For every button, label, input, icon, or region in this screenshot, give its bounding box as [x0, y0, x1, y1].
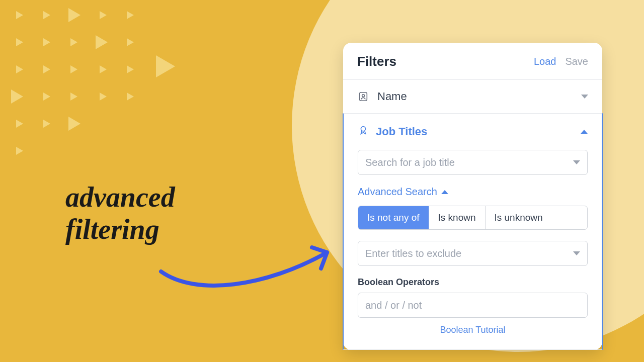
advanced-search-toggle[interactable]: Advanced Search — [358, 186, 588, 198]
panel-title: Filters — [357, 54, 396, 69]
person-badge-icon — [357, 90, 369, 103]
segment-is-known[interactable]: Is known — [429, 206, 486, 229]
boolean-tutorial-link[interactable]: Boolean Tutorial — [358, 325, 588, 335]
section-title: Job Titles — [376, 125, 427, 138]
combo-placeholder: Search for a job title — [365, 157, 568, 168]
boolean-operators-label: Boolean Operators — [358, 277, 588, 288]
panel-header: Filters Load Save — [343, 43, 602, 79]
job-title-search[interactable]: Search for a job title — [358, 150, 588, 175]
section-job-titles: Job Titles Search for a job title Advanc… — [343, 113, 603, 350]
svg-point-1 — [362, 95, 365, 97]
decorative-triangles — [5, 0, 186, 166]
boolean-operators-input[interactable] — [358, 293, 588, 318]
section-header-job-titles[interactable]: Job Titles — [358, 125, 588, 139]
chevron-up-icon — [581, 130, 588, 134]
filter-label: Name — [377, 90, 573, 103]
segmented-control: Is not any of Is known Is unknown — [358, 206, 588, 230]
load-button[interactable]: Load — [534, 56, 556, 67]
filter-row-name[interactable]: Name — [343, 80, 602, 113]
arrow-icon — [156, 241, 342, 302]
chevron-down-icon — [581, 95, 588, 99]
advanced-search-label: Advanced Search — [358, 186, 437, 198]
segment-is-not-any-of[interactable]: Is not any of — [358, 206, 429, 229]
exclude-titles-input[interactable]: Enter titles to exclude — [358, 241, 588, 266]
chevron-down-icon — [573, 160, 580, 164]
chevron-down-icon — [573, 251, 580, 255]
stage: advanced filtering Filters Load Save Nam… — [0, 0, 644, 362]
callout-text: advanced filtering — [65, 181, 175, 246]
combo-placeholder: Enter titles to exclude — [365, 248, 568, 259]
chevron-up-icon — [441, 190, 448, 194]
segment-is-unknown[interactable]: Is unknown — [486, 206, 552, 229]
filters-panel: Filters Load Save Name — [343, 43, 602, 350]
svg-point-2 — [361, 127, 365, 131]
medal-icon — [358, 125, 369, 139]
panel-actions: Load Save — [534, 56, 588, 67]
save-button[interactable]: Save — [565, 56, 588, 67]
